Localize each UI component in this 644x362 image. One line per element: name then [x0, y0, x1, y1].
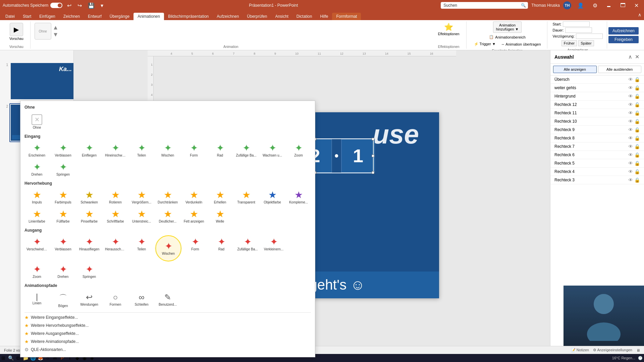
panel-close-button[interactable]: ✕ [634, 53, 640, 61]
anim-item-einfliegen[interactable]: ✦ Einfliegen [77, 141, 102, 159]
panel-item-rechteck7[interactable]: Rechteck 7 👁 🔒 [550, 142, 644, 151]
anim-item-zoom-a[interactable]: ✦ Zoom [24, 263, 49, 281]
tab-einfügen[interactable]: Einfügen [35, 13, 59, 20]
visibility-icon-weitergehts[interactable]: 👁 [628, 85, 633, 90]
lock-icon-r5[interactable]: 🔒 [634, 161, 640, 166]
visibility-icon-r12[interactable]: 👁 [628, 102, 633, 107]
start-button[interactable]: ⊞ [1, 355, 5, 361]
anim-item-erhellen[interactable]: ★ Erhellen [208, 188, 232, 206]
anim-item-fett[interactable]: ★ Fett anzeigen [181, 207, 206, 225]
anim-gallery-none[interactable]: Ohne [35, 23, 51, 40]
früher-button[interactable]: Früher [561, 40, 577, 46]
anim-item-verschwinden[interactable]: ✦ Verschwinden... [24, 235, 49, 261]
visibility-icon-r9[interactable]: 👁 [628, 127, 633, 132]
vorschau-button[interactable]: ▶ Vorschau [7, 21, 26, 42]
anim-item-teilen-a[interactable]: ✦ Teilen [129, 235, 154, 261]
lock-icon-r6[interactable]: 🔒 [634, 152, 640, 158]
notes-button[interactable]: 📝 Notizen [571, 348, 589, 352]
autosave-toggle[interactable]: Automatisches Speichern [3, 3, 62, 8]
anim-item-schwanken[interactable]: ★ Schwanken [77, 188, 102, 206]
visibility-icon-übersch[interactable]: 👁 [628, 77, 633, 82]
save-button[interactable]: 💾 [85, 1, 97, 10]
lock-icon-r9[interactable]: 🔒 [634, 127, 640, 132]
extra-link-qle[interactable]: ⚙ QLE-Aktionsarten... [24, 346, 311, 353]
taskbar-search-icon[interactable]: 🔍 [7, 355, 14, 361]
trigger-button[interactable]: ⚡ Trigger ▼ [472, 41, 498, 47]
anim-item-welle[interactable]: ★ Welle [208, 207, 232, 225]
anim-item-vergrößern[interactable]: ★ Vergrößern... [129, 188, 154, 206]
visibility-icon-r10[interactable]: 👁 [628, 119, 633, 124]
tab-start[interactable]: Start [19, 13, 35, 20]
anim-item-wischen-a[interactable]: ✦ Wischen [155, 235, 181, 261]
anim-item-springen-e[interactable]: ✦ Springen [51, 161, 75, 178]
anim-item-wischen-e[interactable]: ✦ Wischen [155, 141, 180, 159]
anim-item-rotieren[interactable]: ★ Rotieren [103, 188, 128, 206]
tab-dictation[interactable]: Dictation [292, 13, 316, 20]
effektoptionen-button[interactable]: ⭐ Effektoptionen [435, 21, 462, 37]
tab-übergänge[interactable]: Übergänge [106, 13, 133, 20]
anim-item-füllfarbe[interactable]: ★ Füllfarbe [51, 207, 75, 225]
panel-item-rechteck9[interactable]: Rechteck 9 👁 🔒 [550, 126, 644, 134]
anim-item-form-a[interactable]: ✦ Form [183, 235, 208, 261]
animation-übertragen-button[interactable]: ↔ Animation übertragen [499, 42, 543, 47]
anim-item-erscheinen[interactable]: ✦ Erscheinen [24, 141, 49, 159]
anim-item-hinausfliegen[interactable]: ✦ Hinausfliegen [77, 235, 102, 261]
anim-item-formen[interactable]: ○ Formen [103, 291, 128, 310]
search-input[interactable]: Suchen [441, 2, 528, 9]
dauer-input[interactable] [565, 27, 592, 33]
animation-hinzufügen-button[interactable]: Animationhinzufügen ▼ [493, 21, 522, 33]
visibility-icon-r3[interactable]: 👁 [628, 177, 633, 183]
anim-item-zufällige-e[interactable]: ✦ Zufällige Ba... [234, 141, 259, 159]
minimize-button[interactable]: 🗕 [603, 1, 614, 10]
animationsbereich-button[interactable]: 📋 Animationsbereich [487, 34, 528, 40]
visibility-icon-r4[interactable]: 👁 [628, 169, 633, 174]
lock-icon-übersch[interactable]: 🔒 [634, 77, 640, 82]
ribbon-collapse-button[interactable]: ∧ [635, 11, 644, 19]
anim-item-springen-a[interactable]: ✦ Springen [77, 263, 102, 281]
tab-entwurf[interactable]: Entwurf [84, 13, 106, 20]
tab-hilfe[interactable]: Hilfe [316, 13, 332, 20]
visibility-icon-hintergrund[interactable]: 👁 [628, 94, 633, 99]
anim-item-form-e[interactable]: ✦ Form [181, 141, 206, 159]
lock-icon-weitergehts[interactable]: 🔒 [634, 85, 640, 90]
lock-icon-r11[interactable]: 🔒 [634, 110, 640, 116]
anim-item-farbimpuls[interactable]: ★ Farbimpuls [51, 188, 75, 206]
anim-item-wendungen[interactable]: ↩ Wendungen [77, 291, 102, 310]
anim-item-wachsen[interactable]: ✦ Wachsen u... [260, 141, 285, 159]
undo-button[interactable]: ↩ [64, 1, 74, 10]
anim-item-drehen-e[interactable]: ✦ Drehen [24, 161, 49, 178]
anim-item-komplementär[interactable]: ★ Kompleme... [286, 188, 311, 206]
anim-item-objektfarbe[interactable]: ★ Objektfarbe [260, 188, 285, 206]
anim-item-schriftfarbe[interactable]: ★ Schriftfarbe [103, 207, 128, 225]
visibility-icon-r5[interactable]: 👁 [628, 161, 633, 166]
anim-item-linien[interactable]: | Linien [24, 291, 49, 310]
anim-item-verblassen-e[interactable]: ✦ Verblassen [51, 141, 75, 159]
filter-hide-button[interactable]: Alle ausblenden [598, 66, 642, 73]
tab-ansicht[interactable]: Ansicht [271, 13, 292, 20]
anim-item-ohne[interactable]: ✕ Ohne [24, 112, 49, 131]
visibility-icon-r8[interactable]: 👁 [628, 135, 633, 141]
panel-item-rechteck8[interactable]: Rechteck 8 👁 🔒 [550, 134, 644, 142]
verzögerung-input[interactable] [576, 34, 603, 39]
anim-item-zoom-e[interactable]: ✦ Zoom [286, 141, 311, 159]
extra-link-pfade[interactable]: ★ Weitere Animationspfade... [24, 338, 311, 345]
anim-item-unterstreichen[interactable]: ★ Unterstreic... [129, 207, 154, 225]
anim-item-schleifen[interactable]: ∞ Schleifen [129, 291, 154, 310]
tab-bildschirmpräsentation[interactable]: Bildschirmpräsentation [164, 13, 213, 20]
visibility-icon-r11[interactable]: 👁 [628, 110, 633, 116]
extra-link-eingang[interactable]: ★ Weitere Eingangseffekte... [24, 314, 311, 321]
visibility-icon-r7[interactable]: 👁 [628, 144, 633, 149]
panel-item-übersch[interactable]: Übersch 👁 🔒 [550, 75, 644, 84]
lock-icon-r10[interactable]: 🔒 [634, 119, 640, 124]
aufzeichnen-button[interactable]: Aufzeichnen [608, 27, 639, 35]
autosave-toggle-switch[interactable] [50, 3, 62, 8]
panel-item-rechteck12[interactable]: Rechteck 12 👁 🔒 [550, 101, 644, 109]
lock-icon-r4[interactable]: 🔒 [634, 169, 640, 174]
anim-item-drehen-a[interactable]: ✦ Drehen [51, 263, 75, 281]
panel-item-weitergehts[interactable]: weiter gehts 👁 🔒 [550, 84, 644, 92]
tab-formformat[interactable]: Formformat [332, 13, 361, 20]
extra-link-hervorhebung[interactable]: ★ Weitere Hervorhebungseffekte... [24, 322, 311, 329]
anim-item-rad-a[interactable]: ✦ Rad [209, 235, 234, 261]
tab-zeichnen[interactable]: Zeichnen [59, 13, 84, 20]
anim-item-impuls[interactable]: ★ Impuls [24, 188, 49, 206]
